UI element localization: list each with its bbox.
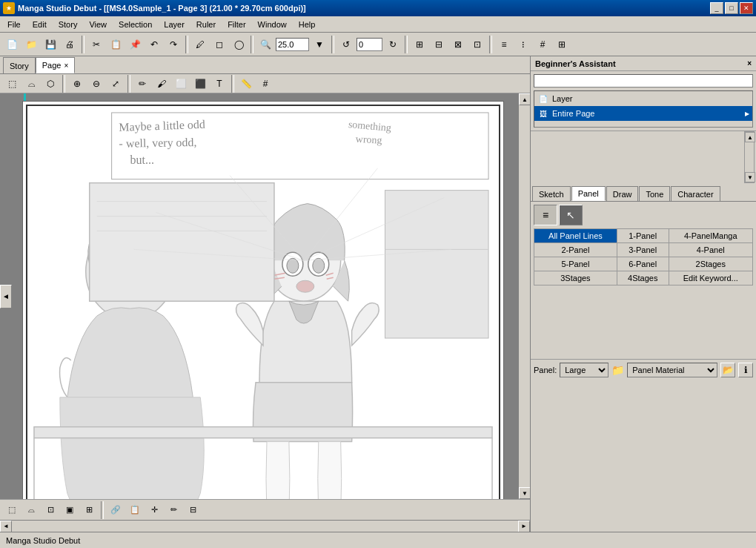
page-canvas[interactable]: Maybe a little odd - well, very odd, but… [22,101,504,499]
view-mode4[interactable]: ⊡ [468,36,486,53]
canvas-tool-select[interactable]: ⬚ [3,75,21,93]
canvas-tool-lasso[interactable]: ⌓ [22,75,40,93]
canvas-tool-magic[interactable]: ⬡ [42,75,59,93]
rotate-right[interactable]: ↻ [384,36,402,53]
menu-view[interactable]: View [83,17,113,32]
minimize-button[interactable]: _ [710,2,723,14]
bottom-tool4[interactable]: ▣ [61,501,79,519]
menu-story[interactable]: Story [53,17,84,32]
bottom-tool5[interactable]: ⊞ [80,501,98,519]
panel-cursor-btn[interactable]: ↖ [559,205,583,225]
zoom-out[interactable]: 🔍 [256,36,274,53]
layer-item-layer[interactable]: 📄 Layer [534,91,752,106]
menu-layer[interactable]: Layer [158,17,190,32]
scroll-right-button[interactable]: ► [518,521,530,532]
2-panel-cell[interactable]: 2-Panel [534,243,617,257]
canvas-left-arrow[interactable]: ◄ [0,285,12,308]
tool1[interactable]: 🖊 [191,36,209,53]
canvas-zoom-out[interactable]: ⊖ [87,75,105,93]
3-panel-cell[interactable]: 3-Panel [617,243,669,257]
bottom-tool1[interactable]: ⬚ [3,501,21,519]
scroll-v-track[interactable] [519,105,530,487]
vertical-scrollbar[interactable]: ▲ ▼ [518,93,530,499]
align1[interactable]: ≡ [495,36,513,53]
bottom-tool2[interactable]: ⌓ [22,501,40,519]
paste-button[interactable]: 📌 [126,36,144,53]
panel-lines-icon-btn[interactable]: ≡ [534,205,557,225]
tab-panel[interactable]: Panel [571,186,606,201]
copy-button[interactable]: 📋 [107,36,125,53]
5-panel-cell[interactable]: 5-Panel [534,257,617,271]
grid-btn[interactable]: ⊞ [553,36,571,53]
canvas-grid[interactable]: # [256,75,274,93]
tab-page-close[interactable]: × [64,62,68,70]
menu-filter[interactable]: Filter [222,17,251,32]
canvas-fit[interactable]: ⤢ [107,75,125,93]
panel-material-select[interactable]: Panel Material [627,363,717,377]
scroll-h-track[interactable] [12,521,518,532]
view-mode1[interactable]: ⊞ [411,36,428,53]
asst-scroll-track[interactable] [745,142,754,172]
layer-item-entire-page[interactable]: 🖼 Entire Page ▶ [534,106,752,121]
tool3[interactable]: ◯ [230,36,248,53]
menu-edit[interactable]: Edit [27,17,53,32]
tool2[interactable]: ◻ [210,36,228,53]
zoom-dropdown[interactable]: ▼ [311,36,328,53]
canvas-zoom-in[interactable]: ⊕ [68,75,86,93]
view-mode2[interactable]: ⊟ [430,36,448,53]
3stages-cell[interactable]: 3Stages [534,271,617,285]
assistant-scrollbar[interactable]: ▲ ▼ [744,131,755,183]
asst-scroll-up[interactable]: ▲ [745,132,755,142]
all-panel-lines-cell[interactable]: All Panel Lines [534,229,617,243]
close-button[interactable]: ✕ [740,2,753,14]
bottom-tool3[interactable]: ⊡ [42,501,59,519]
edit-keyword-cell[interactable]: Edit Keyword... [669,271,752,285]
panel-close-button[interactable]: × [747,59,752,67]
scroll-up-button[interactable]: ▲ [519,93,530,105]
search-input[interactable] [534,74,753,88]
open-button[interactable]: 📁 [22,36,40,53]
rotate-left[interactable]: ↺ [337,36,355,53]
cut-button[interactable]: ✂ [87,36,105,53]
tab-draw[interactable]: Draw [606,186,639,201]
panel-size-select[interactable]: Large Small Medium [560,363,609,377]
undo-button[interactable]: ↶ [145,36,163,53]
canvas-ruler[interactable]: 📏 [237,75,255,93]
print-button[interactable]: 🖨 [61,36,79,53]
asst-scroll-down[interactable]: ▼ [745,172,755,182]
canvas-eraser[interactable]: ⬜ [172,75,190,93]
menu-file[interactable]: File [1,17,27,32]
save-button[interactable]: 💾 [42,36,59,53]
align3[interactable]: # [534,36,551,53]
tab-sketch[interactable]: Sketch [532,186,571,201]
redo-button[interactable]: ↷ [165,36,182,53]
maximize-button[interactable]: □ [725,2,738,14]
rotation-input[interactable]: 0 [357,38,382,51]
bottom-tool10[interactable]: ⊟ [184,501,202,519]
1-panel-cell[interactable]: 1-Panel [617,229,669,243]
panel-folder-button[interactable]: 📂 [720,363,735,377]
menu-selection[interactable]: Selection [113,17,158,32]
tab-tone[interactable]: Tone [639,186,670,201]
tab-character[interactable]: Character [671,186,720,201]
6-panel-cell[interactable]: 6-Panel [617,257,669,271]
horizontal-scrollbar[interactable]: ◄ ► [0,520,530,532]
canvas-brush[interactable]: 🖌 [153,75,170,93]
scroll-down-button[interactable]: ▼ [519,487,530,499]
menu-window[interactable]: Window [252,17,293,32]
view-mode3[interactable]: ⊠ [449,36,467,53]
zoom-input[interactable]: 25.0 [276,38,309,51]
canvas-pen[interactable]: ✏ [133,75,151,93]
menu-ruler[interactable]: Ruler [190,17,222,32]
scroll-left-button[interactable]: ◄ [0,521,12,532]
drawing-canvas[interactable]: Maybe a little odd - well, very odd, but… [0,93,518,499]
canvas-fill[interactable]: ⬛ [191,75,209,93]
bottom-tool9[interactable]: ✏ [165,501,182,519]
bottom-tool8[interactable]: ✛ [145,501,163,519]
align2[interactable]: ⫶ [514,36,532,53]
tab-story[interactable]: Story [3,57,36,73]
canvas-text[interactable]: T [210,75,228,93]
tab-page[interactable]: Page × [36,57,76,73]
2stages-cell[interactable]: 2Stages [669,257,752,271]
bottom-tool6[interactable]: 🔗 [107,501,125,519]
